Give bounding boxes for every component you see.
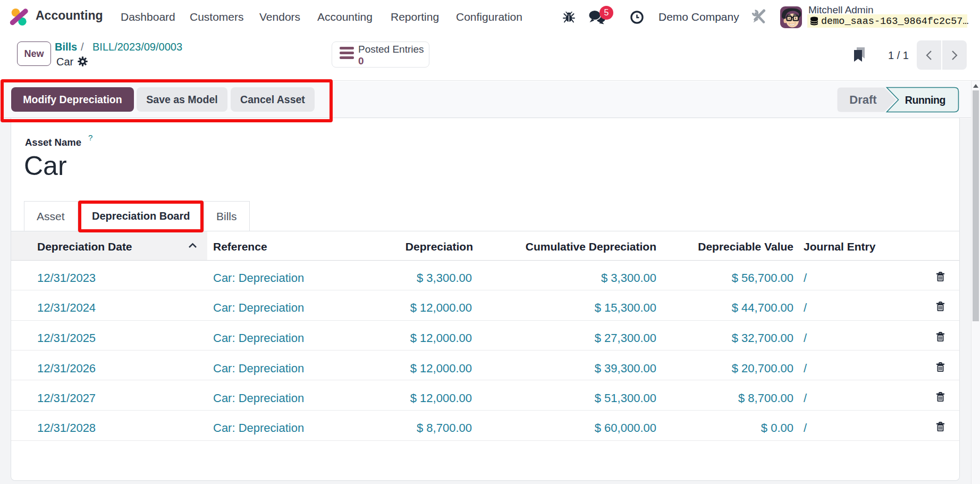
svg-text:Draft: Draft [849, 93, 877, 106]
svg-text:Running: Running [905, 94, 945, 106]
